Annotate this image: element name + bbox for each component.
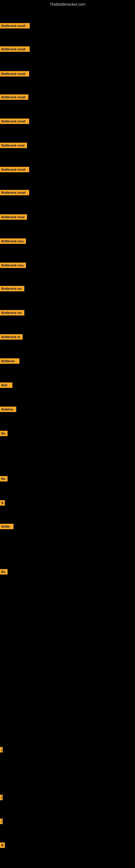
bottleneck-button-6[interactable]: Bottleneck resul [0,143,27,148]
bottleneck-button-8[interactable]: Bottleneck result [0,190,29,195]
bottleneck-button-26[interactable]: B [0,842,5,848]
bottleneck-button-5[interactable]: Bottleneck result [0,119,29,124]
bottleneck-button-3[interactable]: Bottleneck result [0,71,29,76]
bottleneck-button-23[interactable]: | [0,747,3,752]
bottleneck-button-4[interactable]: Bottleneck result [0,94,28,100]
bottleneck-button-16[interactable]: Bott [0,382,12,388]
bottleneck-button-12[interactable]: Bottleneck res [0,286,24,291]
bottleneck-button-7[interactable]: Bottleneck result [0,167,29,172]
bottleneck-button-25[interactable]: | [0,818,3,824]
bottleneck-button-24[interactable]: | [0,795,3,800]
bottleneck-button-21[interactable]: Bottle [0,524,13,529]
bottleneck-button-15[interactable]: Bottlenec [0,358,19,364]
bottleneck-button-11[interactable]: Bottleneck resu [0,262,26,268]
bottleneck-button-22[interactable]: Bo [0,569,8,575]
bottleneck-button-20[interactable]: B [0,500,5,506]
bottleneck-button-13[interactable]: Bottleneck res [0,310,24,315]
bottleneck-button-14[interactable]: Bottleneck re [0,334,23,340]
bottleneck-button-2[interactable]: Bottleneck result [0,46,30,52]
bottleneck-button-18[interactable]: Bo [0,431,8,436]
bottleneck-button-10[interactable]: Bottleneck resu [0,239,26,244]
bottleneck-button-1[interactable]: Bottleneck result [0,23,30,29]
site-title: TheBottlenecker.com [0,0,135,8]
bottleneck-button-17[interactable]: Bottelne [0,407,16,412]
bottleneck-button-9[interactable]: Bottleneck resul [0,214,27,220]
bottleneck-button-19[interactable]: Bo [0,476,8,482]
